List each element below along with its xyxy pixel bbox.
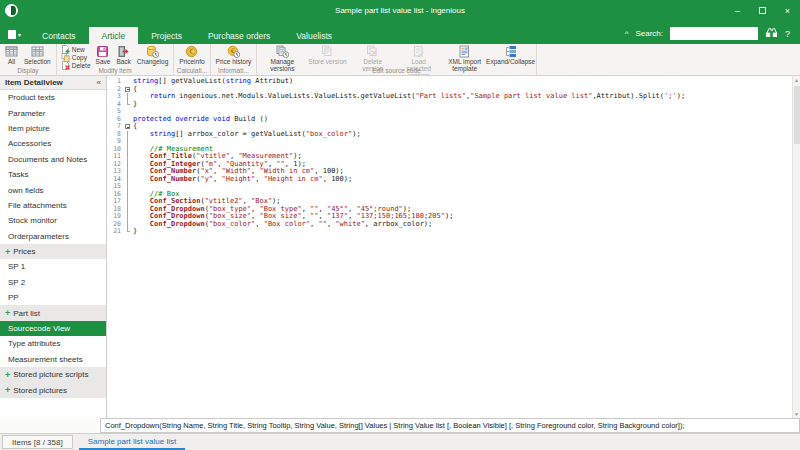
code-line-21[interactable]: 21} — [107, 228, 800, 236]
window-controls: – × — [725, 0, 800, 21]
code-line-14[interactable]: 14 Conf_Number("y", "Height", "Height in… — [107, 176, 800, 184]
sidebar-item-label: Parameter — [8, 109, 45, 118]
expand-collapse-button[interactable]: Expand/Collapse — [488, 45, 534, 65]
fold-marker-mid — [124, 146, 133, 154]
code-line-4[interactable]: 4} — [107, 101, 800, 109]
status-bar: Conf_Dropdown(String Name, String Title,… — [0, 418, 800, 433]
sidebar-item-tasks[interactable]: Tasks — [0, 167, 106, 182]
sidebar-item-measurement-sheets[interactable]: Measurement sheets — [0, 352, 106, 367]
sidebar-item-sourcecode-view[interactable]: Sourcecode View — [0, 321, 106, 336]
line-number: 21 — [107, 228, 124, 236]
code-text: Conf_Dropdown("box_color", "Box color", … — [133, 221, 800, 229]
sidebar-item-stored-pictures[interactable]: +Stored pictures — [0, 382, 106, 397]
sidebar-item-product-texts[interactable]: Product texts — [0, 90, 106, 105]
code-text: string[] getValueList(string Attribut) — [133, 78, 800, 86]
code-line-1[interactable]: 1string[] getValueList(string Attribut) — [107, 78, 800, 86]
sidebar-item-accessories[interactable]: Accessories — [0, 136, 106, 151]
sidebar-item-label: Type attributes — [8, 339, 60, 348]
search-input[interactable] — [670, 27, 758, 40]
code-text — [133, 138, 800, 146]
sidebar-item-own-fields[interactable]: own fields — [0, 182, 106, 197]
function-signature-hint: Conf_Dropdown(String Name, String Title,… — [100, 418, 800, 433]
fold-marker-mid — [124, 138, 133, 146]
file-menu-icon — [8, 30, 16, 39]
fold-marker-end — [124, 228, 133, 236]
sidebar-item-pp[interactable]: PP — [0, 290, 106, 305]
sidebar-item-parameter[interactable]: Parameter — [0, 105, 106, 120]
selection-button[interactable]: Selection — [21, 45, 54, 65]
back-button[interactable]: Back — [113, 45, 133, 65]
ribbon-group-edit-source-code: Manage versionsStore versionDelete versi… — [257, 44, 536, 75]
editor-scrollbar[interactable]: ▲ ▼ — [792, 76, 800, 418]
fold-margin — [124, 78, 133, 86]
sidebar-item-label: Measurement sheets — [8, 355, 83, 364]
statusbar-spacer — [0, 418, 100, 433]
sidebar-item-orderparameters[interactable]: Orderparameters — [0, 229, 106, 244]
changelog-button[interactable]: Changelog — [134, 45, 171, 65]
fold-marker-start[interactable] — [124, 86, 133, 94]
store-version-button: Store version — [305, 45, 349, 65]
sidebar-item-label: Orderparameters — [8, 232, 69, 241]
sidebar-item-file-attachments[interactable]: File attachments — [0, 198, 106, 213]
sidebar-item-stock-monitor[interactable]: Stock monitor — [0, 213, 106, 228]
line-number: 8 — [107, 131, 124, 139]
sidebar-item-type-attributes[interactable]: Type attributes — [0, 336, 106, 351]
sidebar-item-sp-2[interactable]: SP 2 — [0, 275, 106, 290]
menu-tab-projects[interactable]: Projects — [138, 27, 195, 44]
code-line-15[interactable]: 15 — [107, 183, 800, 191]
ribbon-group-display: AllSelectionDisplay — [0, 44, 57, 75]
all-label: All — [8, 58, 15, 65]
code-line-6[interactable]: 6protected override void Build () — [107, 116, 800, 124]
sidebar-item-label: own fields — [8, 186, 44, 195]
fold-marker-start[interactable] — [124, 123, 133, 131]
scrollbar-thumb[interactable] — [794, 86, 800, 144]
sidebar-item-prices[interactable]: +Prices — [0, 244, 106, 259]
expand-plus-icon[interactable]: + — [5, 247, 10, 257]
menu-tabs: ContactsArticleProjectsPurchase ordersVa… — [29, 21, 345, 44]
code-line-20[interactable]: 20 Conf_Dropdown("box_color", "Box color… — [107, 221, 800, 229]
sidebar-item-label: Sourcecode View — [8, 324, 70, 333]
sidebar-item-label: SP 2 — [8, 278, 25, 287]
code-text: return ingenious.net.Moduls.ValueLists.V… — [133, 93, 800, 101]
fold-marker-mid — [124, 183, 133, 191]
price-history-button[interactable]: €Price history — [213, 45, 255, 65]
collapse-ribbon-button[interactable]: ^ — [625, 29, 629, 38]
sidebar-item-stored-picture-scripts[interactable]: +Stored picture scripts — [0, 367, 106, 382]
expand-plus-icon[interactable]: + — [5, 370, 10, 380]
sidebar-item-part-list[interactable]: +Part list — [0, 305, 106, 320]
sidebar-item-item-picture[interactable]: Item picture — [0, 121, 106, 136]
price-history-icon: € — [227, 45, 240, 58]
sourcecode-editor[interactable]: 1string[] getValueList(string Attribut)2… — [107, 76, 800, 418]
fold-marker-mid — [124, 213, 133, 221]
scroll-up-icon[interactable]: ▲ — [793, 76, 800, 84]
menu-tab-contacts[interactable]: Contacts — [29, 27, 89, 44]
help-button[interactable]: ? — [785, 29, 790, 39]
menu-tab-purchase-orders[interactable]: Purchase orders — [195, 27, 283, 44]
ribbon-group-label: Display — [0, 67, 56, 75]
bottom-tab-sample-part-list-value-list[interactable]: Sample part list value list — [79, 435, 185, 450]
item-detailview-sidebar: Item Detailview « Product textsParameter… — [0, 76, 107, 418]
priceinfo-button[interactable]: €Priceinfo — [176, 45, 207, 65]
sidebar-item-sp-1[interactable]: SP 1 — [0, 259, 106, 274]
sidebar-collapse-button[interactable]: « — [97, 78, 101, 87]
code-line-3[interactable]: 3 return ingenious.net.Moduls.ValueLists… — [107, 93, 800, 101]
sidebar-title: Item Detailview — [5, 78, 63, 87]
maximize-button[interactable] — [750, 0, 775, 21]
bottom-tab-items-8-358[interactable]: Items [8 / 358] — [2, 435, 73, 449]
expand-plus-icon[interactable]: + — [5, 308, 10, 318]
line-number: 5 — [107, 108, 124, 116]
expand-plus-icon[interactable]: + — [5, 385, 10, 395]
menu-tab-article[interactable]: Article — [89, 27, 139, 44]
fold-marker-mid — [124, 168, 133, 176]
advanced-search-icon[interactable] — [765, 27, 778, 40]
manage-versions-icon — [276, 45, 289, 58]
save-button[interactable]: Save — [93, 45, 114, 65]
code-line-8[interactable]: 8 string[] arrbox_color = getValueList("… — [107, 131, 800, 139]
sidebar-item-documents-and-notes[interactable]: Documents and Notes — [0, 152, 106, 167]
menu-tab-valuelists[interactable]: Valuelists — [283, 27, 345, 44]
scroll-down-icon[interactable]: ▼ — [793, 410, 800, 418]
all-button[interactable]: All — [2, 45, 21, 65]
close-button[interactable]: × — [775, 0, 800, 21]
minimize-button[interactable]: – — [725, 0, 750, 21]
file-menu-button[interactable]: ▾ — [0, 30, 29, 44]
